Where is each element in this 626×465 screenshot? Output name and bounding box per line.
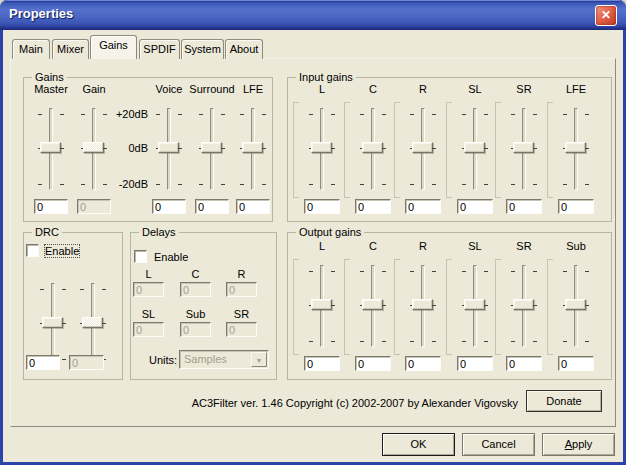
slider-thumb[interactable] bbox=[565, 299, 586, 310]
ok-button[interactable]: OK bbox=[382, 433, 455, 456]
slider-thumb[interactable] bbox=[311, 142, 332, 153]
delay-sr-value bbox=[226, 322, 257, 337]
input-l-column: L bbox=[300, 78, 344, 218]
close-button[interactable]: ✕ bbox=[595, 5, 617, 26]
slider-thumb[interactable] bbox=[565, 142, 586, 153]
drc-gain-column bbox=[33, 253, 73, 393]
delays-enable-label[interactable]: Enable bbox=[154, 251, 188, 263]
input-gains-group: Input gains L C R SL bbox=[287, 77, 612, 222]
delay-sub-label: Sub bbox=[180, 308, 211, 320]
input-sr-slider[interactable] bbox=[510, 108, 538, 190]
output-sr-column: SR bbox=[502, 235, 546, 375]
output-sr-slider[interactable] bbox=[510, 265, 538, 347]
donate-button[interactable]: Donate bbox=[526, 390, 602, 412]
output-gains-group: Output gains L C R SL bbox=[287, 232, 612, 380]
output-sl-slider[interactable] bbox=[461, 265, 489, 347]
tab-spdif[interactable]: SPDIF bbox=[139, 39, 180, 59]
slider-thumb[interactable] bbox=[201, 142, 222, 153]
properties-dialog: Properties ✕ Main Mixer Gains SPDIF Syst… bbox=[0, 0, 626, 465]
delay-l-label: L bbox=[133, 268, 164, 280]
output-sub-value[interactable] bbox=[558, 356, 594, 371]
input-r-column: R bbox=[401, 78, 445, 218]
input-c-value[interactable] bbox=[355, 199, 391, 214]
slider-thumb[interactable] bbox=[362, 299, 383, 310]
output-c-slider[interactable] bbox=[359, 265, 387, 347]
gains-scale: +20dB 0dB -20dB bbox=[100, 78, 148, 218]
output-r-slider[interactable] bbox=[409, 265, 437, 347]
tab-system[interactable]: System bbox=[181, 39, 224, 59]
delays-group-title: Delays bbox=[139, 226, 179, 238]
delay-c-label: C bbox=[180, 268, 211, 280]
slider-thumb[interactable] bbox=[412, 299, 433, 310]
gains-lfe-slider[interactable] bbox=[239, 108, 267, 190]
input-r-value[interactable] bbox=[405, 199, 441, 214]
gains-group: Gains Master Gain +20dB 0dB -20dB Voice bbox=[23, 77, 273, 222]
output-sub-column: Sub bbox=[554, 235, 598, 375]
output-sub-label: Sub bbox=[542, 240, 610, 252]
output-r-column: R bbox=[401, 235, 445, 375]
gains-master-slider[interactable] bbox=[37, 108, 65, 190]
slider-thumb[interactable] bbox=[464, 142, 485, 153]
tab-about[interactable]: About bbox=[225, 39, 263, 59]
gains-master-value[interactable] bbox=[34, 199, 68, 214]
tab-main[interactable]: Main bbox=[12, 39, 50, 59]
cancel-button[interactable]: Cancel bbox=[462, 433, 535, 456]
output-l-slider[interactable] bbox=[308, 265, 336, 347]
gains-voice-value[interactable] bbox=[152, 199, 186, 214]
slider-thumb[interactable] bbox=[40, 142, 61, 153]
drc-gain-slider[interactable] bbox=[39, 283, 67, 365]
drc-gain-value[interactable] bbox=[26, 355, 60, 370]
input-c-column: C bbox=[351, 78, 395, 218]
input-l-slider[interactable] bbox=[308, 108, 336, 190]
slider-thumb[interactable] bbox=[158, 142, 179, 153]
delays-enable-checkbox[interactable] bbox=[134, 250, 147, 263]
slider-thumb[interactable] bbox=[42, 317, 63, 328]
input-r-slider[interactable] bbox=[409, 108, 437, 190]
gains-surround-value[interactable] bbox=[195, 199, 229, 214]
output-sl-value[interactable] bbox=[457, 356, 493, 371]
slider-thumb[interactable] bbox=[513, 142, 534, 153]
input-sr-value[interactable] bbox=[506, 199, 542, 214]
output-c-column: C bbox=[351, 235, 395, 375]
window-title: Properties bbox=[9, 6, 73, 21]
input-lfe-slider[interactable] bbox=[562, 108, 590, 190]
units-value: Samples bbox=[184, 353, 227, 365]
scale-bottom-label: -20dB bbox=[100, 178, 148, 190]
delay-l-value bbox=[133, 282, 164, 297]
delays-group: Delays Enable L C R SL Sub SR Units: Sam… bbox=[130, 232, 277, 380]
slider-thumb[interactable] bbox=[513, 299, 534, 310]
apply-button[interactable]: Apply bbox=[542, 433, 615, 456]
input-sl-slider[interactable] bbox=[461, 108, 489, 190]
input-lfe-value[interactable] bbox=[558, 199, 594, 214]
output-l-value[interactable] bbox=[304, 356, 340, 371]
output-r-value[interactable] bbox=[405, 356, 441, 371]
drc-level-slider bbox=[79, 283, 107, 365]
delay-sl-value bbox=[133, 322, 164, 337]
input-l-value[interactable] bbox=[304, 199, 340, 214]
input-lfe-label: LFE bbox=[542, 83, 610, 95]
slider-thumb[interactable] bbox=[362, 142, 383, 153]
input-sl-value[interactable] bbox=[457, 199, 493, 214]
gains-lfe-label: LFE bbox=[219, 83, 287, 95]
output-l-column: L bbox=[300, 235, 344, 375]
units-label: Units: bbox=[149, 354, 177, 366]
input-sr-column: SR bbox=[502, 78, 546, 218]
output-sub-slider[interactable] bbox=[562, 265, 590, 347]
slider-thumb[interactable] bbox=[464, 299, 485, 310]
slider-thumb[interactable] bbox=[242, 142, 263, 153]
gains-lfe-value[interactable] bbox=[236, 199, 270, 214]
tab-gains[interactable]: Gains bbox=[90, 35, 137, 59]
slider-thumb[interactable] bbox=[412, 142, 433, 153]
slider-thumb[interactable] bbox=[311, 299, 332, 310]
output-c-value[interactable] bbox=[355, 356, 391, 371]
input-c-slider[interactable] bbox=[359, 108, 387, 190]
delay-c-value bbox=[180, 282, 211, 297]
delays-units-select: Samples ▼ bbox=[179, 350, 269, 369]
gains-surround-slider[interactable] bbox=[198, 108, 226, 190]
gains-voice-slider[interactable] bbox=[155, 108, 183, 190]
drc-level-column bbox=[73, 253, 113, 393]
output-sr-value[interactable] bbox=[506, 356, 542, 371]
titlebar[interactable]: Properties ✕ bbox=[0, 0, 626, 30]
scale-middle-label: 0dB bbox=[100, 142, 148, 154]
tab-mixer[interactable]: Mixer bbox=[52, 39, 89, 59]
